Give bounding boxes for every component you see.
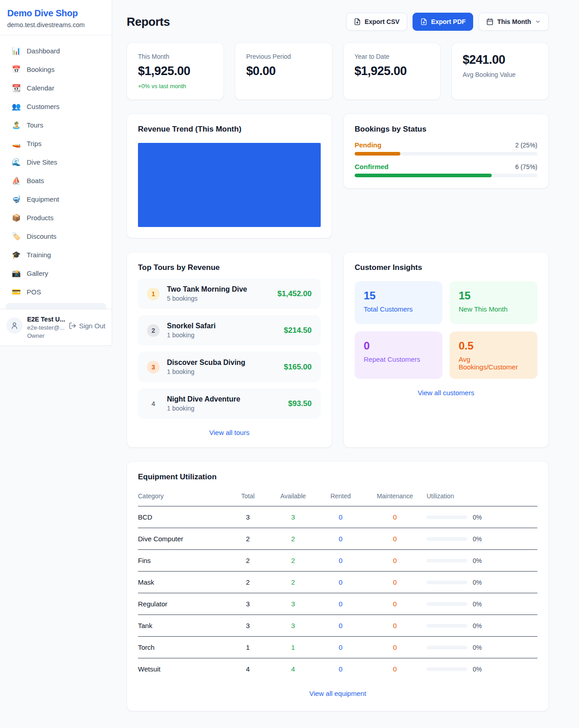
equipment-rented: 0 xyxy=(318,665,363,673)
tile-label: Repeat Customers xyxy=(364,355,433,363)
revenue-trend-bar xyxy=(138,143,321,227)
period-dropdown[interactable]: This Month xyxy=(479,13,549,31)
sidebar-item-training[interactable]: 🎓 Training xyxy=(5,246,106,264)
sidebar-item-label: Dashboard xyxy=(27,47,60,55)
sidebar-item-customers[interactable]: 👥 Customers xyxy=(5,97,106,116)
sidebar-item-products[interactable]: 📦 Products xyxy=(5,208,106,227)
chevron-down-icon xyxy=(535,19,541,25)
user-meta: E2E Test U... e2e-tester@... Owner xyxy=(27,316,64,339)
partially-visible-nav-item xyxy=(5,303,106,309)
stat-label: This Month xyxy=(138,53,213,60)
status-value-pending: 2 (25%) xyxy=(515,142,537,149)
view-all-tours-link[interactable]: View all tours xyxy=(138,429,321,436)
equipment-category: Torch xyxy=(138,643,228,651)
sidebar-item-label: Customers xyxy=(27,103,60,110)
insight-tiles: 15 Total Customers 15 New This Month 0 R… xyxy=(355,281,537,379)
equipment-available: 2 xyxy=(268,557,318,564)
stat-label: Previous Period xyxy=(246,53,321,60)
equipment-maintenance: 0 xyxy=(363,665,427,673)
utilization-percent: 0% xyxy=(473,666,482,673)
equipment-available: 4 xyxy=(268,665,318,673)
equipment-maintenance: 0 xyxy=(363,600,427,608)
equipment-maintenance: 0 xyxy=(363,535,427,543)
export-pdf-button[interactable]: Export PDF xyxy=(413,13,473,31)
period-label: This Month xyxy=(497,18,531,25)
avatar xyxy=(6,317,23,334)
page-title: Reports xyxy=(127,15,170,29)
equipment-available: 1 xyxy=(268,643,318,651)
col-available: Available xyxy=(268,492,318,500)
utilization-bar xyxy=(427,537,467,541)
charts-row: Revenue Trend (This Month) Bookings by S… xyxy=(127,113,549,238)
customer-insights-title: Customer Insights xyxy=(355,263,537,272)
tour-name: Two Tank Morning Dive xyxy=(167,285,270,293)
tour-revenue: $1,452.00 xyxy=(277,289,312,298)
sidebar-item-label: Discounts xyxy=(27,232,57,240)
view-all-equipment-link[interactable]: View all equipment xyxy=(138,690,537,697)
utilization-percent: 0% xyxy=(473,557,482,564)
sidebar-item-label: Training xyxy=(27,251,51,259)
sign-out-button[interactable]: Sign Out xyxy=(69,322,105,330)
equipment-available: 3 xyxy=(268,600,318,608)
sidebar-item-discounts[interactable]: 🏷️ Discounts xyxy=(5,227,106,246)
tour-name: Discover Scuba Diving xyxy=(167,359,277,367)
tour-bookings: 1 booking xyxy=(167,368,277,375)
sidebar-item-pos[interactable]: 💳 POS xyxy=(5,283,106,301)
sidebar-item-trips[interactable]: 🚤 Trips xyxy=(5,134,106,153)
table-row-regulator: Regulator 3 3 0 0 0% xyxy=(138,593,537,615)
stat-value: $1,925.00 xyxy=(355,64,429,78)
page-header: Reports Export CSV Export PDF This Month xyxy=(127,13,549,31)
utilization-percent: 0% xyxy=(473,579,482,586)
tour-row: 4 Night Dive Adventure 1 booking $93.50 xyxy=(138,388,321,419)
revenue-trend-title: Revenue Trend (This Month) xyxy=(138,125,321,134)
sidebar-item-calendar[interactable]: 📆 Calendar xyxy=(5,79,106,97)
sidebar-item-equipment[interactable]: 🤿 Equipment xyxy=(5,190,106,208)
equipment-available: 2 xyxy=(268,578,318,586)
package-icon: 📦 xyxy=(12,213,21,222)
customer-insights-card: Customer Insights 15 Total Customers 15 … xyxy=(343,252,549,448)
equipment-available: 3 xyxy=(268,513,318,521)
main-area: Reports Export CSV Export PDF This Month xyxy=(112,0,579,728)
sidebar-item-boats[interactable]: ⛵ Boats xyxy=(5,171,106,190)
equipment-rented: 0 xyxy=(318,622,363,629)
equipment-table: Category Total Available Rented Maintena… xyxy=(138,489,537,680)
utilization-bar xyxy=(427,667,467,671)
table-row-mask: Mask 2 2 0 0 0% xyxy=(138,572,537,593)
tour-revenue: $214.50 xyxy=(284,326,312,335)
file-download-icon xyxy=(354,18,361,25)
sailboat-icon: ⛵ xyxy=(12,176,21,185)
user-panel: E2E Test U... e2e-tester@... Owner Sign … xyxy=(0,309,112,345)
sidebar-item-label: Calendar xyxy=(27,84,54,92)
tour-revenue: $93.50 xyxy=(288,399,312,408)
stat-card-year-to-date: Year to Date $1,925.00 xyxy=(343,43,441,100)
table-row-tank: Tank 3 3 0 0 0% xyxy=(138,615,537,637)
view-all-customers-link[interactable]: View all customers xyxy=(355,389,537,397)
equipment-category: Tank xyxy=(138,622,228,629)
tile-label: Total Customers xyxy=(364,305,433,313)
sidebar-item-bookings[interactable]: 📅 Bookings xyxy=(5,60,106,79)
sign-out-label: Sign Out xyxy=(79,322,105,330)
equipment-maintenance: 0 xyxy=(363,622,427,629)
stat-value: $241.00 xyxy=(463,53,537,67)
person-icon xyxy=(10,321,19,330)
export-pdf-label: Export PDF xyxy=(431,18,465,25)
sidebar-item-dive-sites[interactable]: 🌊 Dive Sites xyxy=(5,153,106,171)
col-rented: Rented xyxy=(318,492,363,500)
utilization-bar xyxy=(427,559,467,563)
app-root: Demo Dive Shop demo.test.divestreams.com… xyxy=(0,0,579,728)
tour-name: Snorkel Safari xyxy=(167,322,277,330)
sidebar-item-gallery[interactable]: 📸 Gallery xyxy=(5,264,106,283)
equipment-category: Mask xyxy=(138,578,228,586)
sidebar-item-label: Products xyxy=(27,214,53,222)
stat-card-previous-period: Previous Period $0.00 xyxy=(235,43,332,100)
utilization-percent: 0% xyxy=(473,644,482,651)
tour-row: 2 Snorkel Safari 1 booking $214.50 xyxy=(138,315,321,345)
sidebar-item-tours[interactable]: 🏝️ Tours xyxy=(5,116,106,134)
equipment-maintenance: 0 xyxy=(363,557,427,564)
rank-badge: 4 xyxy=(147,397,160,410)
equipment-total: 2 xyxy=(228,578,268,586)
equipment-category: Regulator xyxy=(138,600,228,608)
sidebar-item-label: Bookings xyxy=(27,66,55,73)
export-csv-button[interactable]: Export CSV xyxy=(346,13,407,31)
sidebar-item-dashboard[interactable]: 📊 Dashboard xyxy=(5,42,106,60)
